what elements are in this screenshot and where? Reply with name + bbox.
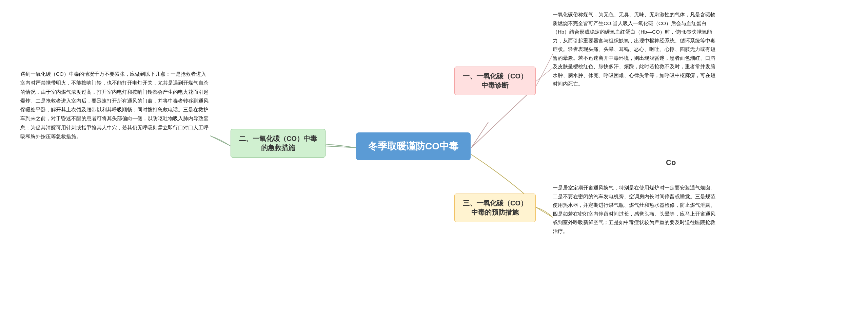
detail-prevention-text: 一是居室定期开窗通风换气，特别是在使用煤炉时一定要安装通气烟囱。二是不要在密闭的…	[553, 183, 715, 235]
detail-diagnosis-text: 一氧化碳俗称煤气，为无色、无臭、无味、无刺激性的气体，凡是含碳物质燃烧不完全皆可…	[553, 10, 715, 88]
central-node: 冬季取暖谨防CO中毒	[356, 132, 471, 160]
svg-line-1	[471, 122, 488, 148]
svg-line-4	[210, 136, 231, 146]
branch1-label: 一、一氧化碳（CO）中毒诊断	[463, 72, 527, 89]
prevention-text: 一是居室定期开窗通风换气，特别是在使用煤炉时一定要安装通气烟囱。二是不要在密闭的…	[553, 185, 715, 234]
detail-rescue-text: 遇到一氧化碳（CO）中毒的情况千万不要紧张，应做到以下几点：一是抢救者进入室内时…	[20, 70, 210, 141]
central-label: 冬季取暖谨防CO中毒	[368, 141, 458, 151]
branch-node-rescue: 二、一氧化碳（CO）中毒的急救措施	[231, 129, 326, 158]
rescue-text: 遇到一氧化碳（CO）中毒的情况千万不要紧张，应做到以下几点：一是抢救者进入室内时…	[20, 71, 209, 139]
svg-line-0	[326, 146, 356, 148]
mindmap-container: 冬季取暖谨防CO中毒 一、一氧化碳（CO）中毒诊断 二、一氧化碳（CO）中毒的急…	[0, 0, 868, 310]
svg-line-2	[536, 68, 553, 81]
branch-node-prevention: 三、一氧化碳（CO）中毒的预防措施	[454, 194, 536, 222]
branch-node-diagnosis: 一、一氧化碳（CO）中毒诊断	[454, 67, 536, 95]
svg-line-3	[536, 207, 553, 217]
diagnosis-text: 一氧化碳俗称煤气，为无色、无臭、无味、无刺激性的气体，凡是含碳物质燃烧不完全皆可…	[553, 12, 715, 87]
branch2-label: 二、一氧化碳（CO）中毒的急救措施	[239, 135, 317, 151]
co-badge-text: Co	[666, 158, 676, 167]
co-badge: Co	[666, 158, 676, 167]
branch3-label: 三、一氧化碳（CO）中毒的预防措施	[463, 199, 527, 216]
